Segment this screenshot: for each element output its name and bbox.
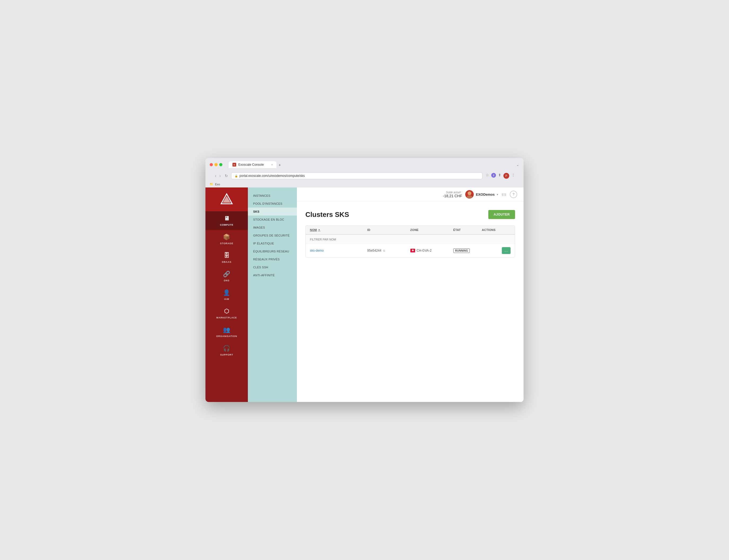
- balance-label: Solde actuel :: [443, 191, 462, 194]
- clusters-table: Nom ▼ ID Zone État Actions sks-demo: [306, 225, 515, 257]
- sidebar-item-support[interactable]: 🎧 SUPPORT: [206, 341, 248, 360]
- sidebar-item-compute[interactable]: 🖥 COMPUTE: [206, 211, 248, 230]
- subnav-images[interactable]: IMAGES: [248, 224, 297, 231]
- subnav-pool-instances[interactable]: POOL D'INSTANCES: [248, 200, 297, 208]
- sidebar-item-organisation[interactable]: 👥 ORGANISATION: [206, 323, 248, 341]
- cluster-id-text: 95e54244: [367, 249, 381, 252]
- page-body: Clusters SKS AJOUTER Nom ▼ ID Zone État …: [297, 202, 523, 402]
- sidebar-item-iam[interactable]: 👤 IAM: [206, 286, 248, 304]
- marketplace-icon: ⬡: [224, 308, 229, 315]
- balance-amount: -18,21 CHF: [443, 194, 462, 198]
- folder-icon: 📁: [210, 182, 213, 186]
- sub-navigation: INSTANCES POOL D'INSTANCES SKS STOCKAGE …: [248, 187, 297, 402]
- cluster-actions-button[interactable]: ...: [502, 247, 510, 254]
- add-cluster-button[interactable]: AJOUTER: [488, 210, 515, 219]
- page-header: Clusters SKS AJOUTER: [306, 210, 515, 219]
- subnav-instances[interactable]: INSTANCES: [248, 192, 297, 200]
- subnav-reseaux-prives[interactable]: RÉSEAUX PRIVÉS: [248, 255, 297, 263]
- sidebar-item-dbaas[interactable]: 🗄 DBAAS: [206, 248, 248, 267]
- forward-button[interactable]: ›: [219, 173, 222, 178]
- exoscale-logo: [220, 193, 233, 206]
- filter-row: [306, 235, 515, 244]
- cluster-id-cell: 95e54244 ⧉: [367, 249, 410, 252]
- left-navigation: 🖥 COMPUTE 📦 STORAGE 🗄 DBAAS 🔗 DNS 👤 IAM …: [206, 187, 248, 402]
- column-header-etat: État: [453, 228, 482, 231]
- subnav-sks[interactable]: SKS: [248, 208, 297, 216]
- traffic-light-minimize[interactable]: [215, 163, 218, 166]
- top-bar: Solde actuel : -18,21 CHF EXODemos ▾ ((·…: [297, 187, 523, 202]
- refresh-button[interactable]: ↻: [225, 174, 228, 178]
- browser-menu-icon[interactable]: ⌄: [516, 163, 519, 167]
- column-header-actions: Actions: [482, 228, 510, 231]
- zone-text: CH-GVA-2: [417, 249, 431, 252]
- column-header-id: ID: [367, 228, 410, 231]
- sidebar-item-marketplace[interactable]: ⬡ MARKETPLACE: [206, 304, 248, 323]
- profile-icon[interactable]: P: [503, 173, 509, 179]
- subnav-stockage-bloc[interactable]: STOCKAGE EN BLOC: [248, 216, 297, 224]
- cluster-name-link[interactable]: sks-demo: [310, 249, 367, 252]
- table-row: sks-demo 95e54244 ⧉ ✚ CH-GVA-2 RU: [306, 244, 515, 257]
- subnav-anti-affinite[interactable]: ANTI-AFFINITÉ: [248, 271, 297, 279]
- iam-icon: 👤: [223, 289, 230, 296]
- lock-icon: 🔒: [235, 174, 238, 177]
- organisation-icon: 👥: [223, 326, 230, 333]
- subnav-equilibreurs[interactable]: ÉQUILIBREURS RÉSEAU: [248, 247, 297, 255]
- subnav-ip-elastique[interactable]: IP ÉLASTIQUE: [248, 239, 297, 247]
- help-icon[interactable]: ?: [510, 191, 517, 198]
- logo-area: [206, 187, 248, 211]
- user-menu[interactable]: EXODemos ▾: [465, 190, 498, 199]
- user-dropdown-icon: ▾: [497, 193, 498, 196]
- sort-icon: ▼: [318, 229, 321, 231]
- share-icon[interactable]: ⬆: [498, 173, 501, 179]
- avatar-image: [465, 190, 474, 199]
- star-icon[interactable]: ☆: [486, 173, 489, 179]
- traffic-light-close[interactable]: [210, 163, 213, 166]
- address-bar[interactable]: 🔒 portal.exoscale.com/u/exodemos/compute…: [231, 172, 482, 179]
- user-avatar: [465, 190, 474, 199]
- cluster-actions-cell: ...: [482, 247, 510, 254]
- new-tab-button[interactable]: +: [277, 162, 283, 168]
- ellipsis-icon: ...: [504, 249, 508, 252]
- sidebar-item-dns[interactable]: 🔗 DNS: [206, 267, 248, 286]
- column-header-zone: Zone: [410, 228, 453, 231]
- user-name: EXODemos: [476, 193, 495, 196]
- column-header-nom[interactable]: Nom ▼: [310, 228, 367, 231]
- subnav-groupes-securite[interactable]: GROUPES DE SÉCURITÉ: [248, 231, 297, 239]
- support-icon: 🎧: [223, 345, 230, 352]
- cluster-status-cell: RUNNING: [453, 248, 482, 253]
- browser-tab[interactable]: E Exoscale Console ×: [229, 161, 277, 168]
- tab-title: Exoscale Console: [238, 163, 264, 167]
- sidebar-item-storage[interactable]: 📦 STORAGE: [206, 230, 248, 248]
- bookmark-label[interactable]: Exo: [215, 183, 220, 186]
- url-text: portal.exoscale.com/u/exodemos/compute/s…: [239, 174, 305, 178]
- page-title: Clusters SKS: [306, 211, 349, 219]
- cluster-zone-cell: ✚ CH-GVA-2: [410, 249, 453, 252]
- svg-point-3: [466, 195, 472, 199]
- back-button[interactable]: ‹: [214, 173, 217, 178]
- status-badge: RUNNING: [453, 248, 470, 253]
- main-content: Solde actuel : -18,21 CHF EXODemos ▾ ((·…: [297, 187, 523, 402]
- balance-info: Solde actuel : -18,21 CHF: [443, 191, 462, 198]
- copy-id-icon[interactable]: ⧉: [383, 249, 385, 252]
- swiss-cross-icon: ✚: [412, 249, 414, 252]
- tab-favicon: E: [233, 163, 236, 167]
- storage-icon: 📦: [223, 234, 230, 240]
- signal-icon[interactable]: ((·)): [500, 191, 508, 198]
- tab-close-button[interactable]: ×: [271, 163, 273, 166]
- table-header: Nom ▼ ID Zone État Actions: [306, 226, 515, 235]
- more-icon[interactable]: ⋮: [511, 173, 515, 179]
- svg-point-2: [468, 191, 471, 195]
- dbaas-icon: 🗄: [224, 252, 230, 259]
- zone-flag: ✚: [410, 249, 415, 252]
- traffic-light-maximize[interactable]: [219, 163, 223, 166]
- extensions-icon[interactable]: 2: [491, 173, 496, 178]
- dns-icon: 🔗: [223, 271, 230, 278]
- filter-input[interactable]: [310, 238, 510, 241]
- subnav-cles-ssh[interactable]: CLÉS SSH: [248, 263, 297, 271]
- compute-icon: 🖥: [224, 215, 230, 222]
